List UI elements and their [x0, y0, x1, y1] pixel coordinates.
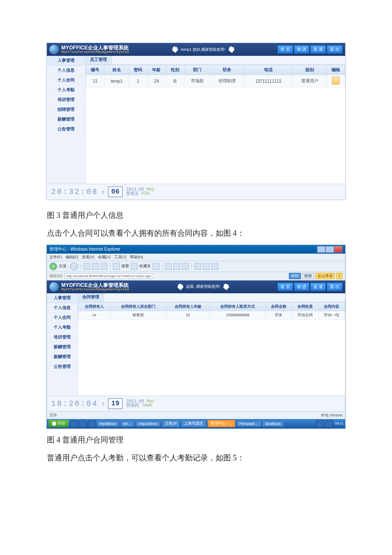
- quick-launch-icon[interactable]: [70, 420, 78, 428]
- task-item[interactable]: 管理中心 -…: [208, 420, 235, 427]
- sidebar-item-attendance[interactable]: 个人考勤: [47, 85, 85, 95]
- home-icon[interactable]: [101, 263, 107, 270]
- greeting-text: temp1 您好,感谢登陆使用!: [181, 47, 225, 52]
- datetime-bar: 18:20:04 ▯ 19 2011-05 May 星期四 THUR: [47, 396, 345, 411]
- extra-icon[interactable]: [203, 263, 210, 270]
- menu-fav[interactable]: 收藏(A): [98, 254, 111, 260]
- quick-launch-icon[interactable]: [79, 420, 86, 428]
- task-item[interactable]: 上海写真区: [181, 420, 206, 427]
- forward-button[interactable]: 前 进: [294, 283, 310, 291]
- sidebar-item-notice[interactable]: 公告管理: [47, 362, 78, 372]
- clock-time: 20:32:08: [51, 188, 98, 196]
- hand-icon: [228, 46, 235, 53]
- sidebar-item-contract[interactable]: 个人合同: [47, 313, 78, 323]
- stop-icon[interactable]: [84, 263, 90, 270]
- hand-icon: [177, 283, 184, 290]
- forward-button[interactable]: 前 进: [294, 45, 310, 54]
- windows-icon: [52, 422, 56, 426]
- sidebar-item-recruit[interactable]: 招聘管理: [47, 105, 85, 115]
- contract-table: 合同持有人 合同持有人所在部门 合同持有人年龄 合同持有人联系方式 合同名称 合…: [78, 302, 345, 320]
- cell-tel: 13711111111: [244, 75, 293, 87]
- ie-title: 管理中心 - Windows Internet Explorer: [49, 246, 120, 252]
- extra-icon[interactable]: [194, 263, 201, 270]
- refresh-icon[interactable]: [92, 263, 99, 270]
- quick-launch-icon[interactable]: [88, 420, 95, 428]
- clock-day: 19: [108, 398, 123, 409]
- fig4-paragraph: 普通用户点击个人考勤，可以查看个人考勤记录，如图 5：: [47, 451, 345, 465]
- sidebar-item-training[interactable]: 培训管理: [47, 332, 78, 342]
- ie-titlebar: 管理中心 - Windows Internet Explorer: [47, 245, 345, 254]
- task-item[interactable]: chp10deno: [135, 421, 161, 427]
- cell: 15888888888: [210, 311, 265, 319]
- tab-contract[interactable]: 合同管理: [78, 293, 104, 302]
- app-subtitle: MyOfficePersonnelManagementSystem: [61, 50, 129, 54]
- sidebar-item-contract[interactable]: 个人合同: [47, 75, 85, 85]
- task-item[interactable]: 文档.rtf: [162, 420, 180, 427]
- menu-tools[interactable]: 工具(T): [114, 254, 127, 260]
- edit-icon[interactable]: [182, 263, 189, 270]
- sidebar: 人事管理 个人信息 个人合同 个人考勤 培训管理 薪酬管理 薪酬管理 公告管理: [47, 293, 78, 396]
- menu-edit[interactable]: 编辑(E): [66, 254, 78, 260]
- sidebar-item-attendance[interactable]: 个人考勤: [47, 323, 78, 332]
- sidebar-item-training[interactable]: 培训管理: [47, 95, 85, 105]
- app-subtitle: MyOfficePersonnelManagementSystem: [61, 288, 129, 291]
- col-ctype: 合同性质: [292, 302, 318, 311]
- task-item[interactable]: Mi…: [121, 421, 135, 427]
- favorites-icon[interactable]: [131, 263, 138, 270]
- mail-icon[interactable]: [165, 263, 172, 270]
- cell-job: 经理助理: [210, 75, 244, 87]
- ie-address-bar: 地址(D) http://localhost:8080/office1/logi…: [47, 272, 345, 280]
- close-icon[interactable]: [334, 246, 343, 253]
- clock-week-en: THUR: [141, 403, 152, 408]
- cell: 销售部: [110, 311, 166, 319]
- edit-button[interactable]: [332, 77, 340, 84]
- maximize-icon[interactable]: [326, 246, 334, 253]
- extra-icon[interactable]: [211, 263, 218, 270]
- forward-icon[interactable]: [70, 263, 78, 270]
- task-item[interactable]: localhost: [262, 421, 284, 427]
- sidebar-item-notice[interactable]: 公告管理: [47, 124, 85, 134]
- history-icon[interactable]: [153, 263, 159, 270]
- sidebar-head: 人事管理: [47, 293, 78, 303]
- go-button[interactable]: 转到: [289, 273, 301, 279]
- addr-input[interactable]: http://localhost:8080/office1/login.do?m…: [64, 273, 154, 279]
- col-age: 合同持有人年龄: [166, 302, 210, 311]
- task-item[interactable]: MySilicon: [97, 421, 119, 427]
- menu-view[interactable]: 查看(V): [82, 254, 95, 260]
- col-sex: 性别: [166, 65, 184, 75]
- app-header: MYOFFICE企业人事管理系统 MyOfficePersonnelManage…: [47, 280, 345, 293]
- divider-icon: ▯: [101, 401, 104, 406]
- cell-id: 11: [86, 75, 105, 87]
- sidebar-item-profile[interactable]: 个人信息: [47, 303, 78, 313]
- exit-button[interactable]: 退 出: [327, 283, 343, 291]
- home-button[interactable]: 首 页: [277, 283, 293, 291]
- back-icon[interactable]: [49, 263, 57, 270]
- start-button[interactable]: 开始: [49, 420, 69, 427]
- tray-icon[interactable]: [316, 420, 324, 428]
- back-button[interactable]: 后 退: [310, 45, 326, 54]
- fig3-app: MYOFFICE企业人事管理系统 MyOfficePersonnelManage…: [46, 43, 346, 200]
- sidebar-item-salary2[interactable]: 薪酬管理: [47, 352, 78, 362]
- exit-button[interactable]: 退 出: [327, 45, 343, 54]
- tray-icon[interactable]: [326, 420, 333, 428]
- col-tel: 电话: [244, 65, 293, 75]
- search-icon[interactable]: [113, 263, 120, 270]
- antivirus-icon[interactable]: 金山毒霸: [315, 273, 335, 279]
- menu-file[interactable]: 文件(F): [49, 254, 62, 260]
- links-label[interactable]: 链接: [302, 273, 314, 279]
- col-dept: 合同持有人所在部门: [110, 302, 166, 311]
- back-button[interactable]: 后 退: [310, 283, 326, 291]
- col-dept: 部门: [184, 65, 210, 75]
- home-button[interactable]: 首 页: [277, 45, 293, 54]
- sidebar-item-salary[interactable]: 薪酬管理: [47, 115, 85, 124]
- col-age: 年龄: [147, 65, 166, 75]
- notif-badge[interactable]: 1: [336, 273, 343, 279]
- clock-time: 18:20:04: [51, 399, 98, 408]
- menu-help[interactable]: 帮助(H): [130, 254, 143, 260]
- sidebar-item-salary[interactable]: 薪酬管理: [47, 342, 78, 352]
- tab-employee[interactable]: 员工管理: [86, 56, 112, 64]
- sidebar-item-profile[interactable]: 个人信息: [47, 66, 85, 75]
- minimize-icon[interactable]: [317, 246, 326, 253]
- print-icon[interactable]: [173, 263, 180, 270]
- task-item[interactable]: Personel…: [236, 421, 262, 427]
